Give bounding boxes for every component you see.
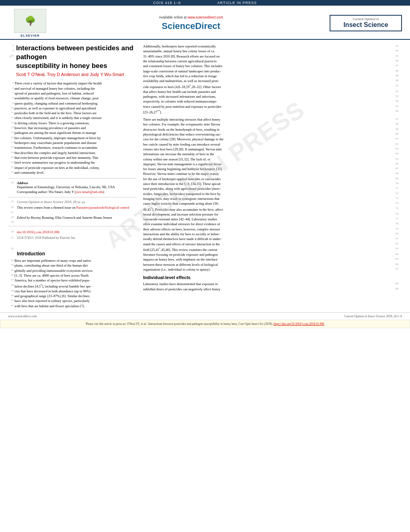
line-17: 17beekeepers may exacerbate parasite pop… (8, 140, 137, 145)
rline-65: colony within one season [31,32]. The la… (143, 157, 402, 162)
line-14: 14however, that increasing prevalence of… (8, 125, 137, 130)
line-8: 8availability or quality of food resourc… (8, 96, 137, 101)
line-10: 10practices, as well as exposure to agri… (8, 106, 137, 111)
page-footer: www.sciencedirect.com Current Opinion in… (0, 312, 410, 320)
individual-heading-row: Individual-level effects (143, 275, 402, 280)
rline-62: bee cuticle caused by mite feeding can i… (143, 142, 402, 147)
line-18: 18transmission. Furthermore, research co… (8, 145, 137, 150)
footer-left: www.sciencedirect.com (8, 314, 37, 318)
line-39: 39cies that have decreased in both abund… (8, 289, 137, 294)
rline-67: for losses among beginning and hobbyist … (143, 166, 402, 171)
rline-45: 31–46% since 2010 [8]. Research efforts … (143, 54, 402, 59)
top-bar: COIS 418 1–6 ARTICLE IN PRESS (0, 0, 410, 6)
edited-by-line: Edited by Bryony Bonning, Elke Genersch … (17, 215, 112, 220)
doi-link[interactable]: doi:10.1016/j.cois.2018.01.006 (17, 230, 59, 234)
copyright-text: 2214-5745/© 2018 Published by Elsevier I… (17, 236, 76, 240)
journal-brand-name: Insect Science (334, 21, 398, 29)
line-15: 15pathogens are among the most significa… (8, 130, 137, 135)
line-9: 9queen quality, changing cultural and co… (8, 101, 137, 106)
rline-58: bee colonies. For example, the ectoparas… (143, 122, 402, 127)
rline-57: There are multiple interacting stressors… (143, 117, 402, 122)
rline-52: that affect honey bee health can include… (143, 89, 402, 94)
line-16: 16bee colonies. Unfortunately, improper … (8, 136, 137, 140)
rline-59: destructor feeds on the hemolymph of bee… (143, 127, 402, 132)
journal-brand-top: Current Opinion in (334, 17, 398, 21)
rline-77: varroacide-resistant mites [42–44]. Labo… (143, 217, 402, 222)
journal-brand: Current Opinion in Insect Science (330, 15, 402, 31)
rline-43: Additionally, beekeepers have reported e… (143, 44, 402, 49)
line-38: 38lation declines [4,5*], including seve… (8, 283, 137, 289)
left-column: 1 3 4Q1 Interactions between pesticides … (8, 40, 137, 308)
line-23: 23and community level. (8, 170, 137, 175)
elsevier-logo-image: 🌳 (14, 9, 46, 33)
rline-48: large-scale conversion of natural landsc… (143, 69, 402, 74)
rline-86: between these stressors at different lev… (143, 262, 402, 267)
intro-heading-row: 32 Introduction (8, 247, 137, 258)
main-content: 1 3 4Q1 Interactions between pesticides … (0, 40, 410, 308)
rline-org: organization (i.e., individual to colony… (143, 267, 402, 272)
rline-63: viruses into host bees [29,30]. If unman… (143, 147, 402, 152)
direct-part: Direct (195, 21, 220, 31)
doi-section: 30 doi:10.1016/j.cois.2018.01.006 31 221… (8, 226, 137, 242)
address-label: Address (17, 181, 115, 185)
line-num-1: 1 (8, 44, 14, 47)
rline-73: foraging bees, may result in synergistic… (143, 196, 402, 201)
rline-74: cause higher toxicity than compounds act… (143, 201, 402, 206)
rline-83: field [25,41*,45,46]. This review examin… (143, 246, 402, 252)
tree-icon: 🌳 (25, 16, 36, 26)
right-para2: There are multiple interacting stressors… (143, 117, 402, 272)
article-authors: Scott T O'Neal, Troy D Anderson and Judy… (16, 72, 137, 77)
line-11: 11pesticides both in the field and in th… (8, 111, 137, 115)
line-34: 34plants, contributing about one-third o… (8, 263, 137, 268)
rline-79: their adverse effects on bees; however, … (143, 227, 402, 232)
individual-text: Laboratory studies have demonstrated tha… (143, 281, 402, 292)
available-online-text: Available online at www.sciencedirect.co… (52, 15, 330, 19)
themed-issue-link[interactable]: Parasites/parasitoids/biological control (76, 205, 129, 210)
center-header: Available online at www.sciencedirect.co… (52, 15, 330, 31)
rline-49: tive crop fields, which has led to a red… (143, 74, 402, 78)
rline-61: cess for the colony [28]. Moreover, phys… (143, 137, 402, 142)
sciencedirect-url: www.sciencedirect.com (187, 15, 223, 19)
article-title: Interactions between pesticides and path… (16, 44, 137, 70)
rline-72: ticides, fungicides, herbicides) transpo… (143, 191, 402, 196)
rline-78: often examine individual stressors for d… (143, 222, 402, 226)
rline-56: [23–26,27**].56 (143, 109, 402, 115)
rline-85: impacts on honey bees, with emphasis on … (143, 257, 402, 262)
line-19: 19that describes the complex and largely… (8, 150, 137, 155)
corresponding-text: Corresponding author: Wu-Smart, Judy Y (… (17, 190, 115, 195)
rline-89: sublethal doses of pesticides can negati… (143, 287, 402, 292)
rline-46: the relationship between current agricul… (143, 59, 402, 64)
rline-70: since their introduction to the U.S. [34… (143, 181, 402, 186)
rline-60: physiological deficiencies that reduce o… (143, 132, 402, 137)
line-40: 40and geographical range (23–87%) [6]. S… (8, 294, 137, 298)
bottom-notice-link[interactable]: https://doi.org/10.1016/j.cois.2018.01.0… (274, 322, 324, 326)
line-36: 36[1–3]. There are ca. 4000 species of b… (8, 273, 137, 278)
line-41: 41have also been reported in solitary sp… (8, 298, 137, 303)
bottom-notice-text: Please cite this article in press as: O'… (86, 322, 273, 326)
intro-text: 33Bees are important pollinators of many… (8, 258, 137, 308)
edited-label: Edited by (17, 216, 30, 220)
article-status-banner: ARTICLE IN PRESS (217, 1, 257, 5)
rline-53: pathogens, with increased infestations a… (143, 94, 402, 99)
line-12: 12often closely intertwined, and it is u… (8, 115, 137, 120)
rline-84: literature focusing on pesticide exposur… (143, 252, 402, 257)
line-22: 22impact of pesticide exposure on bees a… (8, 165, 137, 170)
line-13: 13is driving colony losses. There is a g… (8, 121, 137, 125)
rline-51: cide exposures to bees [4,8–18,19*,20–22… (143, 84, 402, 89)
elsevier-logo: 🌳 ELSEVIER (8, 9, 52, 37)
sciencedirect-logo: ScienceDirect (52, 21, 330, 31)
line-37: 37America, but a number of species have … (8, 278, 137, 283)
rline-69: for the use of beekeeper-applied miticid… (143, 177, 402, 181)
line-5: 5There exist a variety of factors that n… (8, 81, 137, 86)
intro-heading: Introduction (17, 251, 45, 257)
email-link[interactable]: jwu-smart@unl.edu (76, 190, 103, 194)
line-35: 35globally and providing immeasurable ec… (8, 268, 137, 273)
rline-44: unsustainable, annual honey bee colony l… (143, 49, 402, 53)
article-id-top: COIS 418 1–6 (153, 1, 181, 5)
journal-header: 🌳 ELSEVIER Available online at www.scien… (0, 6, 410, 40)
line-7: 7spread of parasites and pathogens, loss… (8, 91, 137, 96)
right-para1: Additionally, beekeepers have reported e… (143, 44, 402, 115)
rline-54: respectively, in colonies with reduced i… (143, 99, 402, 104)
individual-heading: Individual-level effects (143, 275, 402, 280)
rline-88: Laboratory studies have demonstrated tha… (143, 281, 402, 286)
